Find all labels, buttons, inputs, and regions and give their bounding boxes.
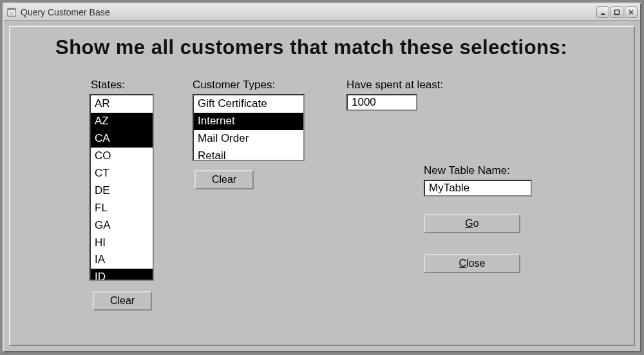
list-item[interactable]: Internet: [194, 113, 303, 130]
list-item[interactable]: FL: [91, 200, 153, 217]
list-item[interactable]: AZ: [91, 113, 153, 130]
list-item[interactable]: Retail: [194, 148, 303, 161]
list-item[interactable]: Mail Order: [194, 130, 303, 148]
window-title: Query Customer Base: [21, 7, 596, 17]
svg-rect-1: [8, 8, 15, 10]
svg-rect-5: [615, 10, 620, 14]
clear-states-button[interactable]: Clear: [93, 291, 152, 311]
list-item[interactable]: HI: [91, 235, 153, 252]
spent-label: Have spent at least:: [346, 79, 443, 91]
states-listbox[interactable]: ARAZCACOCTDEFLGAHIIAID: [90, 94, 154, 281]
clear-types-button[interactable]: Clear: [194, 170, 254, 189]
close-button[interactable]: Close: [424, 254, 520, 273]
list-item[interactable]: CT: [91, 165, 153, 182]
list-item[interactable]: GA: [91, 217, 153, 235]
list-item[interactable]: AR: [91, 95, 153, 113]
client-area: Show me all customers that match these s…: [4, 21, 640, 351]
minimize-button[interactable]: [596, 6, 609, 18]
window-controls: [596, 6, 638, 18]
dialog-window: Query Customer Base Show me all customer…: [3, 3, 641, 352]
list-item[interactable]: Gift Certificate: [194, 95, 303, 113]
list-item[interactable]: ID: [91, 269, 153, 281]
titlebar[interactable]: Query Customer Base: [4, 4, 640, 21]
states-label: States:: [91, 79, 125, 91]
form-panel: Show me all customers that match these s…: [9, 26, 635, 346]
page-heading: Show me all customers that match these s…: [55, 36, 567, 59]
list-item[interactable]: CO: [91, 148, 153, 165]
form-icon: [6, 7, 17, 17]
customer-types-label: Customer Types:: [193, 79, 275, 91]
list-item[interactable]: DE: [91, 182, 153, 200]
maximize-button[interactable]: [611, 6, 623, 18]
spent-input[interactable]: [346, 94, 417, 111]
new-table-label: New Table Name:: [424, 164, 510, 177]
new-table-input[interactable]: [424, 180, 532, 197]
go-button[interactable]: Go: [424, 214, 520, 233]
list-item[interactable]: IA: [91, 251, 153, 269]
list-item[interactable]: CA: [91, 130, 153, 148]
close-window-button[interactable]: [625, 6, 638, 18]
customer-types-listbox[interactable]: Gift CertificateInternetMail OrderRetail: [193, 94, 305, 161]
